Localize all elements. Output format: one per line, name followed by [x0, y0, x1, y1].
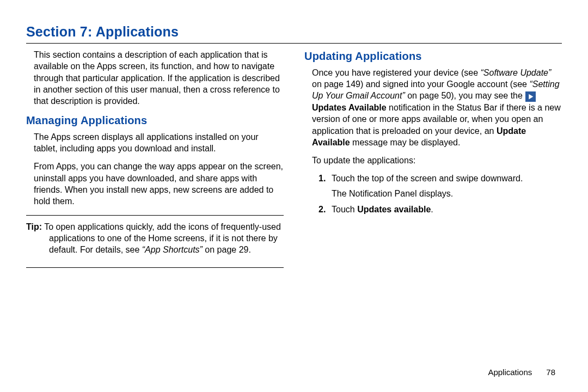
intro-paragraph: This section contains a description of e…: [26, 49, 284, 107]
updating-intro-line: To update the applications:: [304, 155, 562, 166]
step-2-c: .: [431, 205, 433, 214]
updates-available-label: Updates available: [357, 205, 431, 214]
subhead-managing: Managing Applications: [26, 113, 284, 128]
step-2-a: Touch: [332, 205, 357, 214]
p1-b: on page 149) and signed into your Google…: [312, 79, 529, 89]
right-column: Updating Applications Once you have regi…: [304, 49, 562, 268]
updating-p1: Once you have registered your device (se…: [304, 67, 562, 149]
tip-xref: “App Shortcuts”: [142, 245, 203, 254]
svg-marker-0: [529, 94, 534, 100]
p1-e: message may be displayed.: [350, 138, 461, 147]
section-divider: [26, 43, 562, 44]
p1-a: Once you have registered your device (se…: [312, 68, 481, 77]
xref-software-update: “Software Update”: [481, 68, 552, 77]
page-footer: Applications78: [488, 367, 555, 377]
tip-box: Tip: To open applications quickly, add t…: [26, 215, 284, 268]
step-number-2: 2.: [318, 204, 326, 215]
tip-tail: on page 29.: [203, 245, 251, 254]
tip-paragraph: Tip: To open applications quickly, add t…: [26, 221, 284, 256]
left-column: This section contains a description of e…: [26, 49, 284, 268]
step-1-line-b: The Notification Panel displays.: [332, 188, 562, 199]
updates-available-bold: Updates Available: [312, 103, 387, 112]
p1-c: on page 50), you may see the: [405, 91, 525, 100]
managing-p1: The Apps screen displays all application…: [26, 131, 284, 155]
step-2: 2. Touch Updates available.: [321, 204, 562, 215]
manual-page: Section 7: Applications This section con…: [0, 0, 588, 392]
subhead-updating: Updating Applications: [304, 49, 562, 64]
tip-label: Tip:: [26, 222, 42, 231]
step-1: 1. Touch the top of the screen and swipe…: [321, 173, 562, 199]
two-columns: This section contains a description of e…: [26, 49, 562, 268]
footer-chapter: Applications: [488, 367, 532, 377]
update-steps: 1. Touch the top of the screen and swipe…: [304, 173, 562, 215]
step-number-1: 1.: [318, 173, 326, 184]
step-1-line-a: Touch the top of the screen and swipe do…: [332, 174, 523, 183]
play-store-icon: [525, 91, 536, 102]
section-title: Section 7: Applications: [26, 24, 562, 40]
footer-page-number: 78: [546, 367, 555, 377]
managing-p2: From Apps, you can change the way apps a…: [26, 161, 284, 207]
